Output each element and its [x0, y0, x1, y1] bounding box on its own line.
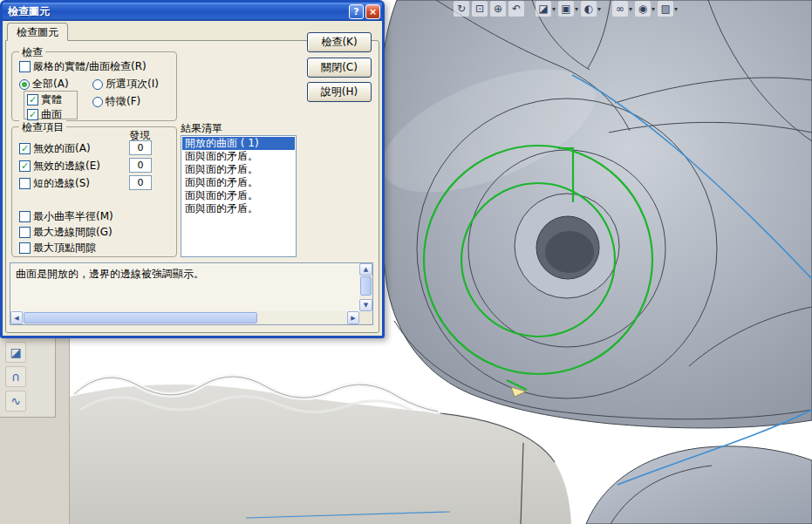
result-item[interactable]: 面與面的矛盾。 — [182, 176, 295, 189]
strict-check-row[interactable]: 嚴格的實體/曲面檢查(R) — [19, 59, 147, 74]
invalid-edges-row[interactable]: ✓ 無效的邊線(E) — [19, 159, 100, 174]
rotate-view-icon: ↻ — [454, 1, 469, 17]
invalid-faces-row[interactable]: ✓ 無效的面(A) — [19, 141, 91, 156]
check-group-legend: 檢查 — [19, 45, 45, 60]
vertical-scroll-thumb[interactable] — [360, 276, 372, 296]
check-group: 檢查 嚴格的實體/曲面檢查(R) 全部(A) 所選項次(I) — [11, 51, 177, 121]
scope-selected-radio[interactable] — [92, 79, 103, 90]
invalid-edges-checkbox[interactable]: ✓ — [19, 160, 31, 172]
radio-dot-icon — [22, 82, 27, 87]
dropdown-arrow-icon[interactable]: ▾ — [652, 5, 655, 13]
left-panel: ◪ ∩ ∿ — [0, 337, 70, 524]
rotate-view-button[interactable]: ↻ — [454, 1, 469, 17]
tab-check-entity[interactable]: 檢查圖元 — [7, 23, 68, 41]
hide-show-items-icon: ∞ — [612, 1, 628, 17]
scroll-up-button[interactable]: ▲ — [359, 263, 372, 276]
result-item[interactable]: 開放的曲面 ( 1) — [182, 137, 295, 150]
vertical-scrollbar[interactable]: ▲ ▼ — [359, 263, 372, 311]
view-orientation-icon: ▣ — [558, 1, 574, 17]
display-style-button[interactable]: ◐▾ — [581, 1, 601, 17]
hide-show-items-button[interactable]: ∞▾ — [612, 1, 632, 17]
invalid-faces-count[interactable]: 0 — [129, 140, 152, 155]
dropdown-arrow-icon[interactable]: ▾ — [629, 5, 632, 13]
short-edges-count[interactable]: 0 — [129, 175, 152, 190]
zoom-to-fit-icon: ⊡ — [472, 1, 488, 17]
surface-tool-1-button[interactable]: ◪ — [5, 342, 26, 363]
surface-tool-1-icon: ◪ — [10, 345, 21, 359]
edit-appearance-button[interactable]: ◉▾ — [635, 1, 655, 17]
surface-toolbar: ◪ ∩ ∿ — [0, 337, 56, 418]
zoom-to-area-button[interactable]: ⊕ — [490, 1, 506, 17]
result-item[interactable]: 面與面的矛盾。 — [182, 202, 295, 215]
dropdown-arrow-icon[interactable]: ▾ — [674, 5, 678, 13]
dropdown-arrow-icon[interactable]: ▾ — [597, 5, 601, 13]
short-edges-checkbox[interactable] — [19, 178, 31, 189]
invalid-faces-label: 無效的面(A) — [33, 141, 91, 156]
strict-check-checkbox[interactable] — [19, 61, 31, 72]
display-style-icon: ◐ — [581, 1, 597, 17]
check-entity-dialog: 檢查圖元 ? × 檢查圖元 檢查 嚴格的實體/曲面檢查(R) 全部(A) — [0, 0, 385, 338]
scroll-right-button[interactable]: ▶ — [347, 311, 359, 324]
toolbar-separator — [529, 2, 530, 16]
zoom-to-fit-button[interactable]: ⊡ — [472, 1, 488, 17]
scope-all-row[interactable]: 全部(A) — [19, 77, 69, 92]
scope-feature-row[interactable]: 特徵(F) — [92, 94, 140, 109]
app-window: ↻ ⊡ ⊕ ↶ ◪▾ ▣▾ ◐▾ ∞▾ ◉▾ ▨▾ ◪ ∩ ∿ 檢查圖元 ? ×… — [0, 0, 812, 524]
check-icon: ✓ — [29, 110, 37, 119]
zoom-to-area-icon: ⊕ — [490, 1, 506, 17]
max-vertex-gap-checkbox[interactable] — [19, 242, 31, 254]
surface-tool-3-icon: ∿ — [10, 394, 21, 408]
result-list-label: 結果清單 — [181, 121, 222, 136]
check-items-group: 檢查項目 發現 ✓ 無效的面(A) 0 ✓ 無效的邊線(E) 0 短的邊線(S — [11, 126, 177, 257]
dropdown-arrow-icon[interactable]: ▾ — [575, 5, 578, 13]
solid-check-row[interactable]: ✓ 實體 — [27, 92, 74, 107]
view-orientation-button[interactable]: ▣▾ — [558, 1, 578, 17]
scrollbar-corner — [359, 311, 372, 324]
scope-selected-row[interactable]: 所選項次(I) — [92, 77, 159, 92]
section-view-button[interactable]: ◪▾ — [536, 1, 556, 17]
max-vertex-gap-row[interactable]: 最大頂點間隙 — [19, 241, 96, 255]
model-bottom-right-surface[interactable] — [586, 446, 812, 524]
horizontal-scroll-thumb[interactable] — [24, 312, 257, 323]
horizontal-scrollbar[interactable]: ◀ ▶ — [10, 311, 359, 324]
check-button[interactable]: 檢查(K) — [307, 32, 372, 52]
close-button[interactable]: 關閉(C) — [307, 58, 372, 78]
dropdown-arrow-icon[interactable]: ▾ — [552, 5, 556, 13]
scroll-down-button[interactable]: ▼ — [359, 299, 372, 311]
max-edge-gap-row[interactable]: 最大邊線間隙(G) — [19, 225, 113, 240]
apply-scene-button[interactable]: ▨▾ — [658, 1, 678, 17]
message-text: 曲面是開放的，邊界的邊線被強調顯示。 — [16, 267, 353, 282]
short-edges-row[interactable]: 短的邊線(S) — [19, 176, 90, 191]
scope-all-label: 全部(A) — [32, 77, 69, 92]
horizontal-scroll-track[interactable] — [258, 311, 347, 324]
surface-checkbox[interactable]: ✓ — [27, 109, 38, 120]
invalid-edges-count[interactable]: 0 — [129, 158, 152, 173]
scope-all-radio[interactable] — [19, 79, 30, 90]
close-titlebar-button[interactable]: × — [365, 4, 380, 19]
surface-tool-3-button[interactable]: ∿ — [5, 391, 26, 412]
result-item[interactable]: 面與面的矛盾。 — [182, 163, 295, 176]
dialog-titlebar[interactable]: 檢查圖元 ? × — [3, 3, 382, 21]
help-titlebar-button[interactable]: ? — [349, 4, 364, 19]
view-toolbar: ↻ ⊡ ⊕ ↶ ◪▾ ▣▾ ◐▾ ∞▾ ◉▾ ▨▾ — [454, 1, 678, 17]
min-radius-row[interactable]: 最小曲率半徑(M) — [19, 209, 113, 224]
invalid-faces-checkbox[interactable]: ✓ — [19, 143, 31, 154]
max-vertex-gap-label: 最大頂點間隙 — [33, 241, 96, 255]
result-listbox[interactable]: 開放的曲面 ( 1) 面與面的矛盾。 面與面的矛盾。 面與面的矛盾。 面與面的矛… — [181, 135, 297, 257]
result-item[interactable]: 面與面的矛盾。 — [182, 150, 295, 163]
solid-checkbox[interactable]: ✓ — [27, 94, 38, 105]
scope-feature-radio[interactable] — [92, 97, 103, 107]
scroll-left-button[interactable]: ◀ — [10, 311, 23, 324]
toolbar-separator — [606, 2, 607, 16]
check-icon: ✓ — [21, 161, 29, 171]
max-edge-gap-checkbox[interactable] — [19, 227, 31, 238]
section-view-icon: ◪ — [536, 1, 551, 17]
model-hole-shadow — [545, 231, 594, 273]
tab-page: 檢查 嚴格的實體/曲面檢查(R) 全部(A) 所選項次(I) — [5, 40, 379, 333]
result-item[interactable]: 面與面的矛盾。 — [182, 189, 295, 202]
previous-view-button[interactable]: ↶ — [508, 1, 524, 17]
check-icon: ✓ — [29, 95, 37, 105]
surface-tool-2-button[interactable]: ∩ — [5, 366, 26, 387]
min-radius-checkbox[interactable] — [19, 211, 31, 222]
help-button[interactable]: 說明(H) — [307, 82, 372, 102]
